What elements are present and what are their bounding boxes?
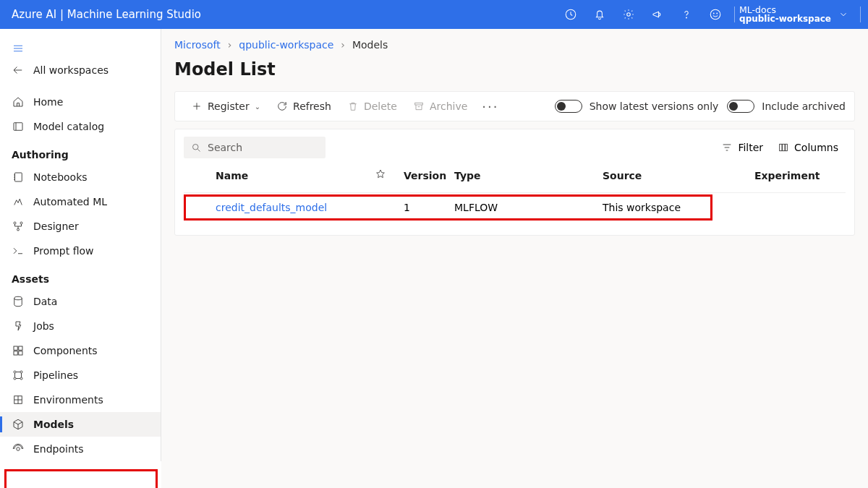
top-header: Azure AI | Machine Learning Studio ML-do… bbox=[0, 0, 868, 29]
breadcrumb-workspace[interactable]: qpublic-workspace bbox=[239, 39, 333, 51]
filter-icon bbox=[721, 142, 733, 153]
delete-button: Delete bbox=[340, 96, 404, 116]
col-favorite[interactable] bbox=[375, 168, 404, 182]
refresh-button[interactable]: Refresh bbox=[269, 96, 339, 116]
chevron-down-icon: ⌄ bbox=[255, 103, 260, 111]
sidebar-item-endpoints[interactable]: Endpoints bbox=[0, 437, 161, 461]
table-row[interactable]: credit_defaults_model 1 MLFLOW This work… bbox=[184, 193, 846, 222]
toggle-show-latest[interactable]: Show latest versions only bbox=[555, 100, 719, 113]
columns-button[interactable]: Columns bbox=[770, 137, 846, 158]
chevron-right-icon: › bbox=[228, 39, 232, 51]
clock-icon[interactable] bbox=[556, 0, 585, 29]
sidebar-item-all-workspaces[interactable]: All workspaces bbox=[0, 58, 161, 82]
chevron-right-icon: › bbox=[341, 39, 345, 51]
sidebar-wrap: All workspaces Home Model catalog Author… bbox=[0, 29, 161, 488]
models-icon bbox=[12, 418, 25, 431]
col-source[interactable]: Source bbox=[603, 170, 754, 181]
col-version[interactable]: Version bbox=[404, 170, 454, 181]
svg-point-17 bbox=[20, 371, 22, 373]
sidebar-item-label: Model catalog bbox=[33, 121, 104, 132]
svg-point-2 bbox=[686, 17, 687, 18]
sidebar-item-models[interactable]: Models bbox=[0, 412, 161, 437]
sidebar-item-label: Models bbox=[33, 419, 74, 430]
sidebar-item-notebooks[interactable]: Notebooks bbox=[0, 165, 161, 189]
archive-icon bbox=[413, 100, 425, 112]
refresh-icon bbox=[276, 100, 288, 112]
toolbar-label: Register bbox=[208, 100, 250, 112]
designer-icon bbox=[12, 220, 25, 233]
svg-point-18 bbox=[14, 377, 16, 380]
prompt-flow-icon bbox=[12, 244, 25, 257]
sidebar-item-label: All workspaces bbox=[33, 64, 109, 76]
sidebar-item-label: Components bbox=[33, 345, 98, 356]
bell-icon[interactable] bbox=[585, 0, 614, 29]
sidebar-item-label: Endpoints bbox=[33, 443, 84, 455]
toolbar-label: Refresh bbox=[293, 100, 331, 112]
sidebar-item-automated-ml[interactable]: Automated ML bbox=[0, 189, 161, 214]
search-icon bbox=[191, 142, 202, 153]
svg-point-16 bbox=[14, 371, 16, 373]
pipelines-icon bbox=[12, 369, 25, 382]
breadcrumb-root[interactable]: Microsoft bbox=[174, 39, 221, 51]
filter-button[interactable]: Filter bbox=[714, 137, 770, 158]
automated-ml-icon bbox=[12, 195, 25, 208]
svg-rect-22 bbox=[415, 103, 423, 105]
search-input[interactable]: Search bbox=[184, 137, 326, 158]
megaphone-icon[interactable] bbox=[643, 0, 672, 29]
cell-version: 1 bbox=[404, 202, 454, 213]
sidebar-item-label: Automated ML bbox=[33, 196, 107, 207]
sidebar-item-components[interactable]: Components bbox=[0, 338, 161, 363]
sidebar-item-label: Notebooks bbox=[33, 171, 88, 183]
catalog-icon bbox=[12, 120, 25, 133]
chevron-down-icon bbox=[838, 9, 848, 20]
sidebar-item-environments[interactable]: Environments bbox=[0, 388, 161, 412]
components-icon bbox=[12, 344, 25, 357]
svg-point-8 bbox=[14, 222, 16, 224]
sidebar-item-model-catalog[interactable]: Model catalog bbox=[0, 114, 161, 139]
gear-icon[interactable] bbox=[614, 0, 643, 29]
toggle-switch[interactable] bbox=[727, 100, 754, 113]
filter-label: Filter bbox=[738, 142, 763, 153]
hamburger-button[interactable] bbox=[0, 36, 161, 58]
sidebar-item-pipelines[interactable]: Pipelines bbox=[0, 363, 161, 388]
col-name[interactable]: Name bbox=[216, 170, 375, 181]
account-switcher[interactable]: ML-docs qpublic-workspace bbox=[739, 5, 856, 25]
account-names: ML-docs qpublic-workspace bbox=[739, 5, 831, 25]
cell-type: MLFLOW bbox=[454, 202, 603, 213]
red-highlight-sidebar bbox=[4, 469, 158, 488]
plus-icon bbox=[191, 100, 203, 112]
svg-point-5 bbox=[717, 13, 718, 14]
svg-rect-7 bbox=[15, 173, 22, 181]
toolbar: Register ⌄ Refresh Delete Archive ··· Sh… bbox=[174, 91, 855, 121]
toggle-switch[interactable] bbox=[555, 100, 582, 113]
archive-button: Archive bbox=[406, 96, 475, 116]
sidebar-item-home[interactable]: Home bbox=[0, 90, 161, 114]
sidebar-item-designer[interactable]: Designer bbox=[0, 214, 161, 239]
help-icon[interactable] bbox=[672, 0, 701, 29]
register-button[interactable]: Register ⌄ bbox=[184, 96, 268, 116]
header-separator bbox=[734, 7, 735, 22]
header-icons: ML-docs qpublic-workspace bbox=[556, 0, 865, 29]
sidebar-item-jobs[interactable]: Jobs bbox=[0, 314, 161, 338]
svg-rect-6 bbox=[14, 123, 22, 131]
page-title: Model List bbox=[174, 59, 855, 80]
toggle-include-archived[interactable]: Include archived bbox=[727, 100, 846, 113]
col-experiment[interactable]: Experiment bbox=[754, 170, 863, 181]
account-user: ML-docs bbox=[739, 5, 831, 15]
home-icon bbox=[12, 95, 25, 108]
hamburger-icon bbox=[12, 42, 25, 55]
more-button[interactable]: ··· bbox=[476, 95, 504, 119]
model-name-link[interactable]: credit_defaults_model bbox=[216, 202, 375, 213]
cell-source: This workspace bbox=[603, 202, 754, 213]
sidebar-item-label: Data bbox=[33, 296, 57, 307]
sidebar-section-label: Authoring bbox=[12, 149, 69, 160]
sidebar-item-data[interactable]: Data bbox=[0, 289, 161, 314]
columns-label: Columns bbox=[794, 142, 838, 153]
smile-icon[interactable] bbox=[701, 0, 730, 29]
svg-point-19 bbox=[20, 377, 22, 380]
col-type[interactable]: Type bbox=[454, 170, 603, 181]
trash-icon bbox=[347, 100, 359, 112]
sidebar-item-prompt-flow[interactable]: Prompt flow bbox=[0, 239, 161, 263]
svg-point-3 bbox=[710, 9, 720, 20]
data-icon bbox=[12, 295, 25, 308]
